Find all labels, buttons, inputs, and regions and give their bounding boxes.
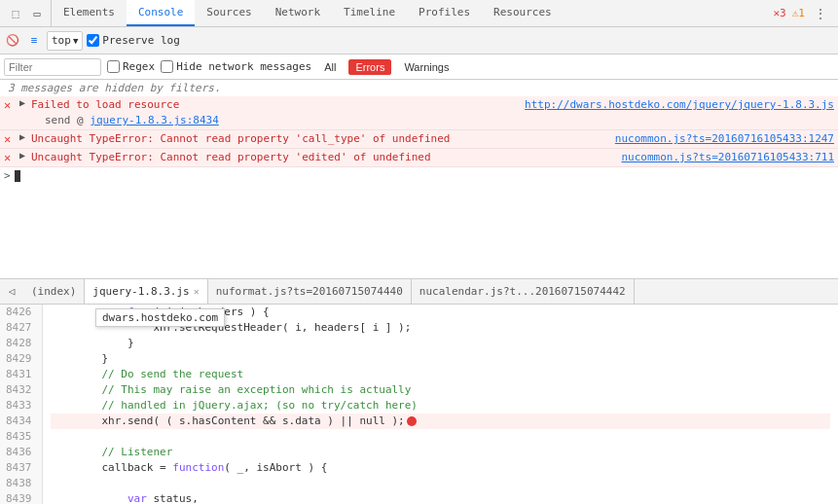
code-line-8429: } (51, 351, 831, 367)
source-tab-jquery[interactable]: jquery-1.8.3.js ✕ (85, 279, 207, 304)
code-line-8436: // Listener (51, 445, 831, 460)
devtools-nav: ⬚ ▭ Elements Console Sources Network Tim… (0, 0, 838, 27)
jquery-link[interactable]: jquery-1.8.3.js:8434 (90, 114, 218, 126)
tab-network[interactable]: Network (264, 0, 332, 26)
expand-arrow-3[interactable]: ▶ (19, 150, 29, 161)
error-dot (407, 416, 417, 426)
console-src-1[interactable]: http://dwars.hostdeko.com/jquery/jquery-… (525, 98, 834, 111)
tab-profiles[interactable]: Profiles (407, 0, 482, 26)
error-badge: ✕3 (774, 7, 786, 19)
context-dropdown-arrow: ▼ (73, 36, 78, 46)
hide-network-checkbox[interactable] (161, 60, 173, 73)
clear-console-icon[interactable]: 🚫 (4, 32, 21, 50)
code-line-8431: // Do send the request (51, 367, 831, 382)
code-line-8433: // handled in jQuery.ajax; (so no try/ca… (51, 398, 831, 414)
tab-timeline[interactable]: Timeline (332, 0, 407, 26)
console-row-3: ✕ ▶ Uncaught TypeError: Cannot read prop… (0, 149, 838, 167)
console-area: 3 messages are hidden by filters. ✕ ▶ Fa… (0, 80, 838, 279)
tab-resources[interactable]: Resources (482, 0, 564, 26)
warnings-filter-btn[interactable]: Warnings (397, 59, 455, 75)
inspect-icon[interactable]: ⬚ (6, 4, 25, 23)
source-tabs: ◁ (index) jquery-1.8.3.js ✕ nuformat.js?… (0, 279, 838, 305)
expand-arrow-1[interactable]: ▶ (19, 97, 29, 108)
close-tab-jquery[interactable]: ✕ (194, 286, 200, 297)
preserve-log-check[interactable]: Preserve log (87, 34, 179, 47)
tooltip: dwars.hostdeko.com (95, 308, 225, 327)
devtools-icon-group: ⬚ ▭ (2, 0, 52, 26)
code-line-8428: } (51, 336, 831, 351)
console-msg-2: Uncaught TypeError: Cannot read property… (31, 131, 607, 147)
source-tab-nuformat[interactable]: nuformat.js?ts=20160715074440 (208, 279, 412, 304)
code-line-8439: var status, (51, 491, 831, 504)
preserve-log-checkbox[interactable] (87, 34, 99, 47)
device-icon[interactable]: ▭ (27, 4, 47, 23)
filter-icon[interactable]: ≡ (25, 32, 43, 50)
console-msg-1: Failed to load resource send @ jquery-1.… (31, 97, 517, 128)
regex-checkbox[interactable] (107, 60, 120, 73)
console-src-3[interactable]: nucommon.js?ts=20160716105433:711 (621, 151, 834, 163)
code-content[interactable]: for ( i in headers ) { xhr.setRequestHea… (43, 305, 839, 504)
expand-arrow-2[interactable]: ▶ (19, 131, 29, 142)
console-prompt: > (4, 169, 11, 182)
code-viewer: 8426 8427 8428 8429 8431 8432 8433 8434 … (0, 305, 838, 504)
nav-right: ✕3 ⚠1 ⋮ (774, 4, 839, 23)
context-label: top (52, 34, 71, 47)
tab-sources[interactable]: Sources (195, 0, 263, 26)
filter-input[interactable] (4, 58, 101, 76)
code-line-8438 (51, 476, 831, 491)
hide-network-check[interactable]: Hide network messages (161, 60, 311, 73)
filter-bar-1: 🚫 ≡ top ▼ Preserve log (0, 27, 838, 54)
console-input-row: > (0, 167, 838, 184)
console-row-2: ✕ ▶ Uncaught TypeError: Cannot read prop… (0, 130, 838, 149)
regex-check[interactable]: Regex (107, 60, 155, 73)
console-cursor (15, 170, 20, 182)
console-sub-1: send @ jquery-1.8.3.js:8434 (31, 113, 517, 128)
line-numbers: 8426 8427 8428 8429 8431 8432 8433 8434 … (0, 305, 43, 504)
more-options-icon[interactable]: ⋮ (811, 4, 830, 23)
hidden-messages-info: 3 messages are hidden by filters. (0, 80, 838, 96)
source-tab-nucalendar[interactable]: nucalendar.js?t...20160715074442 (412, 279, 635, 304)
nav-tabs: Elements Console Sources Network Timelin… (52, 0, 564, 26)
console-msg-3: Uncaught TypeError: Cannot read property… (31, 150, 613, 165)
tab-console[interactable]: Console (127, 0, 195, 26)
tab-elements[interactable]: Elements (52, 0, 127, 26)
error-icon-1: ✕ (4, 98, 18, 112)
source-back-icon[interactable]: ◁ (0, 280, 23, 304)
error-icon-2: ✕ (4, 132, 18, 146)
errors-filter-btn[interactable]: Errors (348, 59, 391, 75)
filter-bar-2: Regex Hide network messages All Errors W… (0, 54, 838, 80)
console-src-2[interactable]: nucommon.js?ts=20160716105433:1247 (615, 132, 834, 145)
code-line-8437: callback = function( _, isAbort ) { (51, 460, 831, 476)
code-line-8435 (51, 429, 831, 445)
context-select[interactable]: top ▼ (47, 31, 83, 51)
console-row-1: ✕ ▶ Failed to load resource send @ jquer… (0, 96, 838, 130)
code-line-8432: // This may raise an exception which is … (51, 382, 831, 398)
warning-badge: ⚠1 (792, 7, 805, 19)
error-icon-3: ✕ (4, 151, 18, 164)
all-filter-btn[interactable]: All (317, 59, 343, 75)
code-line-8434: xhr.send( ( s.hasContent && s.data ) || … (51, 414, 831, 429)
source-tab-index[interactable]: (index) (23, 279, 85, 304)
